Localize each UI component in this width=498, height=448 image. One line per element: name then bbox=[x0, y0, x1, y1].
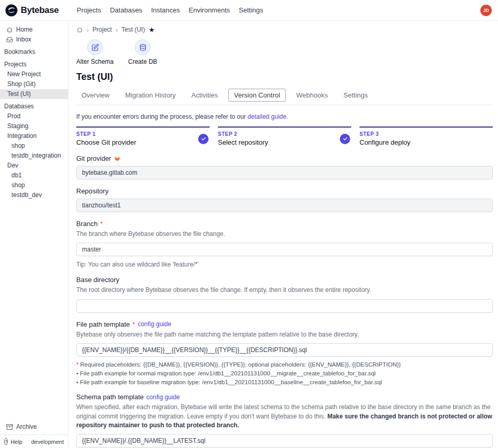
main-content: › Project › Test (UI) ★ Alter Schema bbox=[68, 21, 498, 448]
sidebar-header-databases[interactable]: Databases bbox=[0, 102, 68, 111]
nav-instances[interactable]: Instances bbox=[151, 6, 180, 14]
tab-migration-history[interactable]: Migration History bbox=[120, 89, 181, 101]
step-texts: STEP 2 Select repository bbox=[218, 131, 268, 146]
breadcrumb-home-icon[interactable] bbox=[76, 26, 83, 33]
step-1: STEP 1 Choose Git provider bbox=[76, 127, 210, 146]
step-complete-icon bbox=[340, 134, 350, 144]
sidebar-header-label: Bookmarks bbox=[4, 48, 35, 56]
step-number: STEP 2 bbox=[218, 131, 268, 137]
tab-bar: Overview Migration History Activities Ve… bbox=[76, 89, 493, 105]
create-db-action[interactable]: Create DB bbox=[128, 39, 157, 65]
tab-version-control[interactable]: Version Control bbox=[228, 89, 286, 102]
breadcrumb-project[interactable]: Project bbox=[92, 26, 112, 33]
note-text: Required placeholders: {{DB_NAME}}, {{VE… bbox=[80, 361, 400, 368]
note-required-placeholders: *Required placeholders: {{DB_NAME}}, {{V… bbox=[76, 361, 493, 368]
step-number: STEP 3 bbox=[359, 131, 410, 137]
sidebar-item-archive[interactable]: Archive bbox=[0, 422, 68, 432]
note-file-path-example-normal: •File path example for normal migration … bbox=[76, 370, 493, 376]
sidebar-item-label: New Project bbox=[7, 71, 41, 78]
file-path-config-guide-link[interactable]: config guide bbox=[137, 320, 171, 328]
nav-settings[interactable]: Settings bbox=[239, 6, 263, 14]
field-label-text: Branch bbox=[76, 220, 98, 228]
sidebar-db-testdb-dev[interactable]: testdb_dev bbox=[0, 190, 68, 200]
sidebar-header-bookmarks[interactable]: Bookmarks bbox=[0, 47, 68, 57]
sidebar-header-projects[interactable]: Projects bbox=[0, 60, 68, 69]
schema-path-template-input[interactable] bbox=[76, 434, 493, 447]
alter-schema-action[interactable]: Alter Schema bbox=[76, 39, 114, 65]
field-label-text: Schema path template bbox=[76, 393, 144, 401]
step-number: STEP 1 bbox=[76, 131, 136, 137]
tab-overview[interactable]: Overview bbox=[76, 89, 115, 101]
error-notice: If you encounter errors during the proce… bbox=[76, 113, 493, 120]
sidebar-db-db1[interactable]: db1 bbox=[0, 171, 68, 180]
git-provider-input[interactable] bbox=[76, 166, 493, 179]
breadcrumb: › Project › Test (UI) ★ bbox=[76, 26, 493, 33]
tab-settings[interactable]: Settings bbox=[338, 89, 373, 101]
sidebar-item-label: Prod bbox=[7, 113, 20, 120]
favorite-star-icon[interactable]: ★ bbox=[148, 26, 155, 33]
repository-field: Repository bbox=[76, 187, 493, 212]
sidebar-item-label: testdb_integration bbox=[11, 152, 61, 160]
note-file-path-example-baseline: •File path example for baseline migratio… bbox=[76, 379, 493, 385]
bytebase-logo[interactable]: Bytebase bbox=[5, 4, 70, 17]
page-title: Test (UI) bbox=[76, 72, 493, 82]
note-text: File path example for normal migration t… bbox=[80, 370, 376, 376]
sidebar-item-label: testdb_dev bbox=[11, 191, 42, 199]
gitlab-icon bbox=[114, 155, 121, 162]
sidebar-env-prod[interactable]: Prod bbox=[0, 111, 68, 121]
base-directory-input[interactable] bbox=[76, 299, 493, 313]
sidebar-item-shop-git[interactable]: Shop (Git) bbox=[0, 79, 68, 89]
sidebar-item-home[interactable]: Home bbox=[0, 25, 68, 35]
app-shell: Home Inbox Bookmarks Projects New Projec… bbox=[0, 21, 498, 448]
nav-projects[interactable]: Projects bbox=[77, 6, 101, 14]
step-title: Select repository bbox=[218, 138, 268, 146]
schema-path-config-guide-link[interactable]: config guide bbox=[146, 394, 180, 401]
sidebar-db-shop-dev[interactable]: shop bbox=[0, 180, 68, 190]
quick-action-label: Alter Schema bbox=[76, 58, 114, 65]
field-label-text: File path template bbox=[76, 320, 130, 328]
sidebar-item-label: Integration bbox=[7, 132, 37, 140]
nav-databases[interactable]: Databases bbox=[110, 6, 142, 14]
sidebar-env-integration[interactable]: Integration bbox=[0, 131, 68, 141]
note-text: File path example for baseline migration… bbox=[80, 379, 382, 385]
file-path-template-field: File path template * config guide Byteba… bbox=[76, 320, 493, 385]
step-2: STEP 2 Select repository bbox=[218, 127, 351, 146]
archive-icon bbox=[6, 424, 13, 430]
file-path-template-label: File path template * config guide bbox=[76, 320, 493, 328]
note-marker: * bbox=[76, 361, 78, 368]
sidebar: Home Inbox Bookmarks Projects New Projec… bbox=[0, 21, 68, 448]
tab-webhooks[interactable]: Webhooks bbox=[291, 89, 333, 101]
base-directory-label: Base directory bbox=[76, 276, 493, 284]
note-marker: • bbox=[76, 370, 78, 376]
sidebar-item-label: Staging bbox=[7, 122, 29, 130]
sidebar-item-label: Test (UI) bbox=[7, 90, 31, 98]
schema-path-template-helper: When specified, after each migration, By… bbox=[76, 403, 493, 430]
sidebar-env-staging[interactable]: Staging bbox=[0, 121, 68, 131]
user-avatar[interactable]: JD bbox=[480, 5, 492, 16]
help-label[interactable]: Help bbox=[10, 439, 22, 445]
sidebar-db-testdb-integration[interactable]: testdb_integration bbox=[0, 151, 68, 161]
help-icon[interactable]: ? bbox=[4, 438, 8, 445]
step-3: STEP 3 Configure deploy bbox=[359, 127, 493, 146]
notice-text: If you encounter errors during the proce… bbox=[76, 113, 246, 120]
field-label-text: Base directory bbox=[76, 276, 119, 284]
step-title: Configure deploy bbox=[359, 138, 410, 146]
release-channel-label: development bbox=[31, 439, 64, 445]
schema-path-template-label: Schema path template config guide bbox=[76, 393, 493, 401]
sidebar-item-test-ui[interactable]: Test (UI) bbox=[0, 89, 68, 99]
sidebar-item-new-project[interactable]: New Project bbox=[0, 69, 68, 79]
nav-environments[interactable]: Environments bbox=[189, 6, 230, 14]
base-directory-helper: The root directory where Bytebase observ… bbox=[76, 286, 493, 295]
branch-input[interactable] bbox=[76, 243, 493, 256]
tab-activities[interactable]: Activities bbox=[186, 89, 223, 101]
inbox-icon bbox=[6, 36, 13, 43]
sidebar-db-shop-integration[interactable]: shop bbox=[0, 141, 68, 151]
sidebar-item-inbox[interactable]: Inbox bbox=[0, 35, 68, 45]
repository-input[interactable] bbox=[76, 199, 493, 212]
sidebar-env-dev[interactable]: Dev bbox=[0, 161, 68, 171]
schema-path-template-field: Schema path template config guide When s… bbox=[76, 393, 493, 448]
file-path-template-input[interactable] bbox=[76, 343, 493, 357]
step-title: Choose Git provider bbox=[76, 138, 136, 146]
detailed-guide-link[interactable]: detailed guide. bbox=[247, 113, 288, 120]
step-texts: STEP 3 Configure deploy bbox=[359, 131, 410, 146]
